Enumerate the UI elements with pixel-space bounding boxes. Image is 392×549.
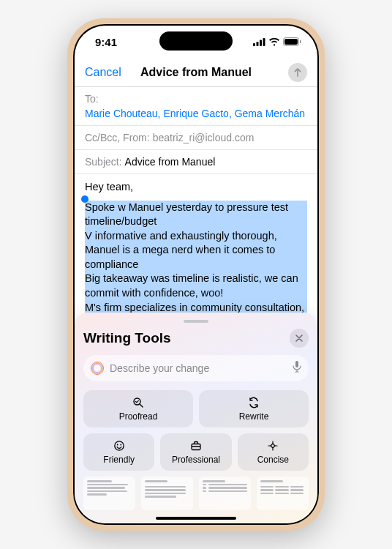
cancel-button[interactable]: Cancel <box>85 66 129 79</box>
compose-nav-bar: Cancel Advice from Manuel <box>75 58 317 87</box>
phone-frame: 9:41 Cancel Advice from Manuel <box>67 18 325 531</box>
to-recipients: Marie Chouteau, Enrique Gacto, Gema Merc… <box>85 108 305 119</box>
to-field[interactable]: To: Marie Chouteau, Enrique Gacto, Gema … <box>75 87 317 126</box>
subject-label: Subject: <box>85 156 122 168</box>
concise-icon <box>267 439 279 452</box>
dynamic-island <box>159 31 233 51</box>
selected-line: Spoke w Manuel yesterday to pressure tes… <box>85 201 307 229</box>
proofread-icon <box>132 396 144 409</box>
svg-rect-3 <box>263 38 265 46</box>
send-button[interactable] <box>288 63 307 82</box>
selection-handle-start[interactable] <box>81 195 88 203</box>
professional-button[interactable]: Professional <box>160 433 231 471</box>
cellular-icon <box>253 38 265 46</box>
svg-rect-7 <box>295 361 298 367</box>
close-icon <box>295 332 303 344</box>
professional-label: Professional <box>172 455 220 465</box>
home-indicator[interactable] <box>156 517 236 520</box>
rewrite-icon <box>248 396 260 409</box>
compose-title: Advice from Manuel <box>129 66 263 79</box>
sheet-grabber[interactable] <box>184 320 208 323</box>
subject-field[interactable]: Subject: Advice from Manuel <box>75 150 317 174</box>
selected-line: Big takeaway was timeline is realistic, … <box>85 272 307 300</box>
sheet-title: Writing Tools <box>83 330 171 346</box>
battery-icon <box>283 37 301 46</box>
format-suggestion[interactable] <box>199 477 251 510</box>
svg-rect-2 <box>260 40 262 46</box>
cc-bcc-from-field[interactable]: Cc/Bcc, From: beatriz_ri@icloud.com <box>75 126 317 150</box>
close-button[interactable] <box>290 329 309 348</box>
rewrite-label: Rewrite <box>239 411 269 422</box>
concise-button[interactable]: Concise <box>238 433 309 471</box>
format-suggestion[interactable] <box>141 477 193 510</box>
friendly-icon <box>113 439 125 452</box>
writing-tools-sheet: Writing Tools Describe your change <box>75 313 317 523</box>
to-label: To: <box>85 93 99 105</box>
selected-text[interactable]: Spoke w Manuel yesterday to pressure tes… <box>85 201 307 329</box>
status-time: 9:41 <box>95 36 117 48</box>
svg-point-9 <box>114 441 123 450</box>
svg-rect-1 <box>257 42 259 46</box>
svg-rect-0 <box>253 43 255 46</box>
format-suggestions-row <box>83 477 309 510</box>
proofread-label: Proofread <box>119 411 158 422</box>
selected-line: V informative and exhaustingly thorough,… <box>85 229 307 272</box>
proofread-button[interactable]: Proofread <box>83 390 193 427</box>
wifi-icon <box>268 38 280 46</box>
svg-point-11 <box>120 444 121 446</box>
prompt-placeholder: Describe your change <box>110 362 287 374</box>
format-suggestion[interactable] <box>83 477 135 510</box>
format-suggestion[interactable] <box>257 477 309 510</box>
prompt-input[interactable]: Describe your change <box>83 355 309 381</box>
from-email: beatriz_ri@icloud.com <box>153 132 255 143</box>
friendly-button[interactable]: Friendly <box>83 433 154 471</box>
mic-icon[interactable] <box>293 361 301 376</box>
concise-label: Concise <box>257 455 289 465</box>
greeting-line: Hey team, <box>85 180 307 195</box>
friendly-label: Friendly <box>103 455 135 465</box>
svg-rect-5 <box>284 39 298 45</box>
ccbcc-label: Cc/Bcc, From: <box>85 132 150 143</box>
subject-value: Advice from Manuel <box>125 156 216 168</box>
apple-intelligence-icon <box>91 362 104 375</box>
svg-point-10 <box>116 444 118 446</box>
professional-icon <box>190 439 202 452</box>
rewrite-button[interactable]: Rewrite <box>199 390 309 427</box>
svg-rect-6 <box>300 40 301 43</box>
